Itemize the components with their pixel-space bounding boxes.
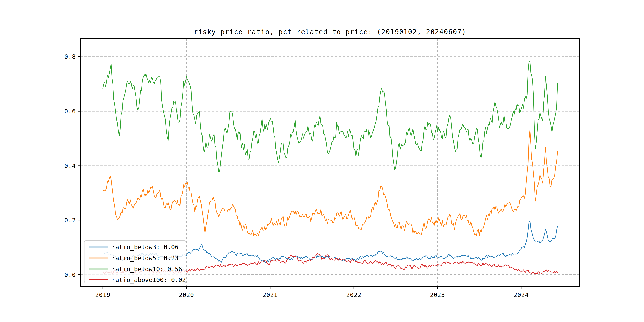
y-tick-label-0.4: 0.4 [64, 162, 76, 169]
x-tick-label-2023: 2023 [430, 292, 445, 298]
y-tick-label-0.2: 0.2 [64, 217, 76, 224]
x-tick-label-2024: 2024 [514, 292, 529, 298]
figure-canvas: 2019202020212022202320240.00.20.40.60.8 … [0, 0, 644, 322]
line-chart: 2019202020212022202320240.00.20.40.60.8 … [0, 0, 644, 322]
x-tick-label-2020: 2020 [179, 292, 194, 298]
y-tick-label-0.0: 0.0 [64, 271, 76, 278]
legend-label-ratio_below10: ratio_below10: 0.56 [112, 265, 182, 273]
series-line-ratio_below5 [103, 130, 558, 236]
legend-label-ratio_above100: ratio_above100: 0.02 [112, 276, 186, 284]
chart-title: risky price ratio, pct related to price:… [194, 28, 466, 36]
x-tick-label-2021: 2021 [262, 292, 278, 298]
legend-label-ratio_below5: ratio_below5: 0.23 [112, 254, 178, 262]
legend-label-ratio_below3: ratio_below3: 0.06 [112, 244, 178, 251]
series-line-ratio_below10 [103, 61, 558, 172]
legend: ratio_below3: 0.06ratio_below5: 0.23rati… [84, 240, 186, 284]
x-tick-label-2019: 2019 [95, 292, 110, 298]
y-tick-label-0.8: 0.8 [64, 53, 76, 60]
x-tick-label-2022: 2022 [346, 292, 361, 298]
y-tick-label-0.6: 0.6 [64, 108, 76, 115]
